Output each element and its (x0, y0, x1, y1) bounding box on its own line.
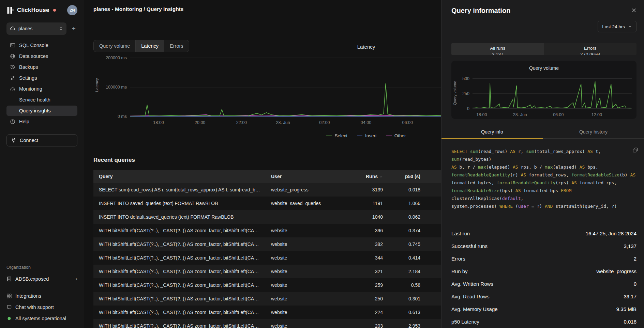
legend-select[interactable]: Select (326, 132, 347, 139)
detail-label: Successful runs (451, 243, 488, 249)
cell-user: website (266, 237, 356, 251)
time-range-select[interactable]: Last 24 hrs (598, 21, 636, 32)
sidebar-item-data-sources[interactable]: Data sources (6, 51, 77, 61)
cell-p50: 0.414 (388, 251, 426, 265)
footer-item-chat-with-support[interactable]: Chat with support (6, 302, 77, 312)
cell-p50: 1.066 (388, 197, 426, 210)
query-row[interactable]: WITH bitShiftLeft(CAST(?..), _CAST(?..))… (93, 224, 441, 237)
sidebar-item-label: SQL Console (19, 43, 48, 48)
query-row[interactable]: WITH bitShiftLeft(CAST(?..), _CAST(?..))… (93, 251, 441, 265)
close-icon[interactable] (631, 8, 636, 14)
svg-text:04:00: 04:00 (361, 120, 371, 125)
cell-p50: 0.613 (388, 306, 426, 319)
chevron-right-icon: › (75, 276, 77, 282)
recent-queries-title: Recent queries (93, 157, 441, 164)
svg-text:02:00: 02:00 (319, 120, 330, 125)
tab-query-info[interactable]: Query info (441, 125, 543, 139)
query-row[interactable]: WITH bitShiftLeft(CAST(?..), _CAST(?..))… (93, 319, 441, 328)
sidebar-item-help[interactable]: Help (6, 116, 77, 127)
sidebar-item-label: Query insights (19, 108, 51, 113)
cell-avg: 0 (426, 292, 441, 306)
connect-button[interactable]: Connect (6, 134, 77, 146)
svg-text:18:00: 18:00 (153, 120, 164, 125)
cell-runs: 344 (356, 251, 388, 265)
svg-text:12:00: 12:00 (591, 112, 602, 117)
console-icon (10, 43, 15, 48)
cell-query: WITH bitShiftLeft(CAST(?..), _CAST(?..))… (93, 265, 266, 278)
footer-item-label: Chat with support (15, 304, 54, 310)
cell-query: WITH bitShiftLeft(CAST(?..), _CAST(?..))… (93, 319, 266, 328)
cell-avg: 0 (426, 224, 441, 237)
legend-insert[interactable]: Insert (357, 132, 377, 139)
tab-query-volume[interactable]: Query volume (94, 40, 135, 52)
sidebar-item-monitoring[interactable]: Monitoring (6, 84, 77, 94)
query-row[interactable]: WITH bitShiftLeft(CAST(?..), _CAST(?..))… (93, 306, 441, 319)
query-volume-title: Query volume (451, 65, 636, 71)
cell-avg: 1.15 (426, 210, 441, 224)
stat-tabs: All runs3,137Errors2 (0.06%) (451, 43, 636, 55)
column-header-query[interactable]: Query (93, 170, 266, 183)
add-service-button[interactable]: + (70, 25, 77, 33)
cell-p50: 2.184 (388, 265, 426, 278)
cell-query: WITH bitShiftLeft(CAST(?..), _CAST(?..))… (93, 278, 266, 292)
tab-errors[interactable]: Errors (164, 40, 189, 52)
cell-runs: 3139 (356, 183, 388, 197)
cell-avg: 0 (426, 237, 441, 251)
cell-p50: 0.745 (388, 237, 426, 251)
chat-icon (6, 304, 12, 310)
legend-swatch-insert (357, 136, 362, 136)
column-header-p50-s[interactable]: p50 (s) (388, 170, 426, 183)
query-row[interactable]: INSERT INTO default.saved_queries (text)… (93, 210, 441, 224)
column-label: User (271, 174, 282, 179)
sidebar-item-settings[interactable]: Settings (6, 73, 77, 83)
sidebar-spacer (6, 146, 77, 265)
sidebar-item-sql-console[interactable]: SQL Console (6, 40, 77, 50)
cell-p50: 0.062 (388, 210, 426, 224)
connect-label: Connect (20, 138, 38, 143)
svg-text:18:00: 18:00 (476, 112, 487, 117)
sidebar-item-label: Backups (19, 64, 38, 70)
cell-query: WITH bitShiftLeft(CAST(?..), _CAST(?..))… (93, 306, 266, 319)
column-header-user[interactable]: User (266, 170, 356, 183)
query-volume-card: Query volume 025050018:0028. Jun06:0012:… (451, 61, 636, 119)
query-row[interactable]: SELECT sum(read_rows) AS r, sum(total_ro… (93, 183, 441, 197)
stat-tab-errors[interactable]: Errors2 (0.06%) (544, 43, 637, 55)
svg-text:28. Jun: 28. Jun (276, 120, 290, 125)
cell-user: website (266, 278, 356, 292)
cell-runs: 250 (356, 292, 388, 306)
footer-item-all-systems-operational[interactable]: All systems operational (6, 313, 77, 323)
footer-item-integrations[interactable]: Integrations (6, 291, 77, 301)
clickhouse-logo-icon[interactable] (6, 6, 14, 14)
column-header-runs[interactable]: Runs (356, 170, 388, 183)
legend-label: Insert (365, 133, 377, 138)
sidebar-item-backups[interactable]: Backups (6, 62, 77, 72)
query-row[interactable]: WITH bitShiftLeft(CAST(?..), _CAST(?..))… (93, 237, 441, 251)
service-selector[interactable]: planes (6, 22, 66, 35)
query-row[interactable]: INSERT INTO saved_queries (text) FORMAT … (93, 197, 441, 210)
column-label: Runs (366, 174, 378, 179)
footer-item-label: All systems operational (15, 316, 66, 321)
stat-tab-value: 2 (0.06%) (580, 52, 600, 56)
cell-runs: 382 (356, 237, 388, 251)
tab-latency[interactable]: Latency (135, 40, 164, 52)
sidebar-item-service-health[interactable]: Service health (6, 95, 77, 105)
stat-tab-all-runs[interactable]: All runs3,137 (451, 43, 544, 55)
tab-query-history[interactable]: Query history (543, 125, 644, 139)
column-header-avg[interactable]: Avg. (426, 170, 441, 183)
user-avatar[interactable]: ZN (67, 5, 77, 15)
query-row[interactable]: WITH bitShiftLeft(CAST(?..), _CAST(?..))… (93, 278, 441, 292)
query-row[interactable]: WITH bitShiftLeft(CAST(?..), _CAST(?..))… (93, 292, 441, 306)
sidebar-item-label: Settings (19, 75, 37, 81)
metric-tabs: Query volumeLatencyErrors (93, 40, 189, 52)
svg-text:06:00: 06:00 (553, 112, 564, 117)
globe-icon (10, 53, 15, 59)
organization-item[interactable]: ADSB.exposed › (6, 273, 77, 285)
legend-other[interactable]: Other (386, 132, 406, 139)
query-row[interactable]: WITH bitShiftLeft(CAST(?..), _CAST(?..))… (93, 265, 441, 278)
sidebar-footer: IntegrationsChat with supportAll systems… (6, 291, 77, 323)
cell-avg: 0 (426, 251, 441, 265)
cell-user: website_saved_queries (266, 197, 356, 210)
copy-icon[interactable] (633, 147, 638, 154)
plug-icon (11, 138, 16, 143)
sidebar-item-query-insights[interactable]: Query insights (6, 106, 77, 116)
